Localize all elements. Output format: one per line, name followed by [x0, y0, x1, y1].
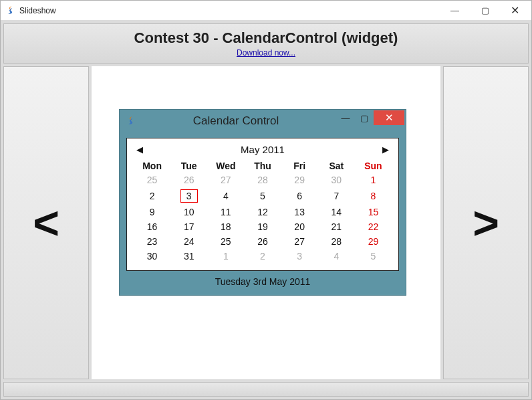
calendar-day[interactable]: 10: [170, 205, 207, 219]
calendar-row: 16171819202122: [134, 219, 392, 234]
calendar-weekday: Wed: [207, 159, 244, 173]
calendar-row: 23242526272829: [134, 234, 392, 249]
calendar-day[interactable]: 25: [207, 234, 244, 249]
java-icon: [125, 116, 136, 126]
calendar-day[interactable]: 12: [244, 205, 281, 219]
calendar-close-button[interactable]: ✕: [374, 110, 404, 125]
maximize-button[interactable]: ▢: [470, 1, 500, 20]
calendar-window-title: Calendar Control: [136, 114, 336, 128]
calendar-row: 9101112131415: [134, 205, 392, 219]
calendar-row: 303112345: [134, 249, 392, 264]
slide-image: Calendar Control — ▢ ✕ ◀ Ma: [119, 102, 413, 343]
download-link[interactable]: Download now...: [237, 48, 295, 58]
calendar-weekday: Mon: [134, 159, 170, 173]
calendar-day[interactable]: 25: [134, 173, 170, 187]
calendar-window: Calendar Control — ▢ ✕ ◀ Ma: [119, 109, 406, 296]
calendar-day[interactable]: 2: [134, 187, 170, 205]
prev-button[interactable]: <: [3, 66, 89, 379]
calendar-day[interactable]: 9: [134, 205, 170, 219]
calendar-day[interactable]: 13: [281, 205, 318, 219]
calendar-day[interactable]: 2: [244, 249, 281, 264]
calendar-day[interactable]: 5: [355, 249, 392, 264]
calendar-day[interactable]: 1: [355, 173, 392, 187]
titlebar: Slideshow — ▢ ✕: [1, 1, 531, 21]
window-title: Slideshow: [19, 6, 56, 15]
calendar-day[interactable]: 16: [134, 219, 170, 234]
calendar-month-label: May 2011: [241, 144, 285, 155]
content-row: < Calendar Control: [3, 66, 529, 379]
calendar-day[interactable]: 27: [281, 234, 318, 249]
calendar-maximize-button[interactable]: ▢: [355, 110, 374, 125]
calendar-day[interactable]: 7: [318, 187, 355, 205]
calendar-day[interactable]: 3: [170, 187, 207, 205]
calendar-day[interactable]: 3: [281, 249, 318, 264]
calendar-row: 2345678: [134, 187, 392, 205]
calendar-day[interactable]: 28: [318, 234, 355, 249]
close-button[interactable]: ✕: [500, 1, 530, 20]
calendar-day[interactable]: 31: [170, 249, 207, 264]
page-title: Contest 30 - CalendarControl (widget): [134, 29, 398, 47]
calendar-day[interactable]: 6: [281, 187, 318, 205]
calendar-day[interactable]: 30: [318, 173, 355, 187]
calendar-day[interactable]: 29: [355, 234, 392, 249]
calendar-day[interactable]: 24: [170, 234, 207, 249]
calendar-day[interactable]: 20: [281, 219, 318, 234]
calendar-day[interactable]: 18: [207, 219, 244, 234]
calendar-grid: MonTueWedThuFriSatSun 252627282930123456…: [134, 159, 392, 264]
calendar-minimize-button[interactable]: —: [336, 110, 355, 125]
calendar-row: 2526272829301: [134, 173, 392, 187]
calendar-content: ◀ May 2011 ▶ MonTueWedThuFriSatSun 25262…: [120, 132, 406, 295]
java-icon: [5, 5, 15, 16]
calendar-day[interactable]: 17: [170, 219, 207, 234]
calendar-weekday: Thu: [244, 159, 281, 173]
calendar-day[interactable]: 8: [355, 187, 392, 205]
calendar-day[interactable]: 23: [134, 234, 170, 249]
next-button[interactable]: >: [443, 66, 529, 379]
app-window: Slideshow — ▢ ✕ Contest 30 - CalendarCon…: [0, 0, 532, 400]
calendar-day[interactable]: 1: [207, 249, 244, 264]
calendar-next-month-icon[interactable]: ▶: [382, 144, 389, 155]
calendar-weekday: Sat: [318, 159, 355, 173]
calendar-box: ◀ May 2011 ▶ MonTueWedThuFriSatSun 25262…: [126, 138, 399, 271]
calendar-day[interactable]: 29: [281, 173, 318, 187]
calendar-day[interactable]: 26: [244, 234, 281, 249]
calendar-day[interactable]: 14: [318, 205, 355, 219]
minimize-button[interactable]: —: [440, 1, 470, 20]
calendar-weekday: Fri: [281, 159, 318, 173]
calendar-titlebar: Calendar Control — ▢ ✕: [120, 110, 406, 132]
calendar-day[interactable]: 5: [244, 187, 281, 205]
calendar-selected-date: Tuesday 3rd May 2011: [126, 271, 399, 290]
calendar-day[interactable]: 21: [318, 219, 355, 234]
calendar-day[interactable]: 30: [134, 249, 170, 264]
calendar-day[interactable]: 4: [207, 187, 244, 205]
calendar-day[interactable]: 11: [207, 205, 244, 219]
calendar-day[interactable]: 27: [207, 173, 244, 187]
slide-panel: Calendar Control — ▢ ✕ ◀ Ma: [92, 66, 440, 379]
header-panel: Contest 30 - CalendarControl (widget) Do…: [3, 23, 529, 64]
footer-panel: [3, 382, 529, 397]
calendar-window-controls: — ▢ ✕: [336, 110, 404, 132]
client-area: Contest 30 - CalendarControl (widget) Do…: [1, 21, 531, 399]
window-controls: — ▢ ✕: [440, 1, 530, 20]
calendar-day[interactable]: 28: [244, 173, 281, 187]
calendar-day[interactable]: 22: [355, 219, 392, 234]
calendar-weekday: Sun: [355, 159, 392, 173]
calendar-weekday: Tue: [170, 159, 207, 173]
titlebar-left: Slideshow: [5, 5, 56, 16]
calendar-day[interactable]: 19: [244, 219, 281, 234]
calendar-day[interactable]: 26: [170, 173, 207, 187]
calendar-prev-month-icon[interactable]: ◀: [136, 144, 143, 155]
calendar-day[interactable]: 15: [355, 205, 392, 219]
calendar-day[interactable]: 4: [318, 249, 355, 264]
calendar-header: ◀ May 2011 ▶: [134, 144, 392, 159]
